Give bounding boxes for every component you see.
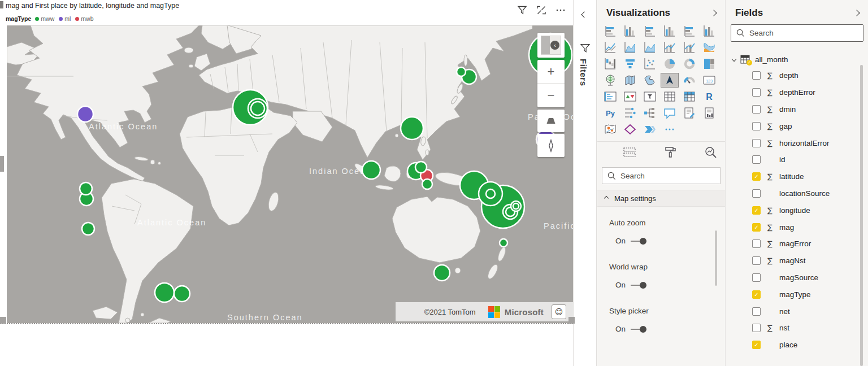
table-node-all-month[interactable]: ✓ all_month	[726, 51, 868, 67]
style-picker-button[interactable]: ‹	[537, 33, 565, 58]
viz-icon-donut-chart[interactable]	[681, 57, 698, 71]
toggle-switch[interactable]	[631, 237, 646, 245]
viz-icon-stacked-column-chart[interactable]	[622, 24, 639, 38]
tab-format[interactable]	[657, 146, 683, 162]
viz-icon-scatter-chart[interactable]	[641, 57, 658, 71]
viz-icon-line-and-clustered-column-chart[interactable]	[681, 41, 698, 54]
viz-icon-matrix[interactable]	[681, 90, 698, 103]
map-bubble-mww[interactable]	[415, 162, 427, 173]
field-row-magNst[interactable]: ∑ magNst	[726, 252, 868, 269]
map-bubble-mww[interactable]	[511, 201, 521, 211]
field-row-horizontalError[interactable]: ∑ horizontalError	[726, 134, 868, 151]
viz-icon-pie-chart[interactable]	[661, 57, 678, 71]
fields-search-input[interactable]	[749, 29, 858, 37]
viz-icon-key-influencers[interactable]	[622, 106, 639, 120]
collapse-fields-chevron[interactable]	[853, 10, 860, 16]
map-bubble-mww[interactable]	[80, 182, 92, 195]
legend-item-ml[interactable]: ml	[59, 15, 71, 22]
map-bubble-ml[interactable]	[77, 106, 93, 122]
legend-item-mww[interactable]: mww	[35, 15, 54, 22]
viz-icon-power-apps-visual[interactable]	[622, 123, 639, 136]
field-checkbox[interactable]	[752, 324, 761, 332]
field-row-magSource[interactable]: magSource	[726, 269, 868, 286]
viz-icon-filled-map[interactable]	[622, 73, 639, 87]
field-row-id[interactable]: id	[726, 151, 868, 168]
map-settings-section[interactable]: Map settings	[597, 190, 725, 207]
viz-icon-card[interactable]: 123	[701, 73, 718, 87]
settings-scrollbar[interactable]	[715, 230, 717, 286]
fields-search[interactable]	[731, 24, 863, 42]
zoom-out-button[interactable]: −	[537, 84, 565, 107]
field-checkbox[interactable]	[752, 88, 761, 97]
tab-fields[interactable]	[617, 146, 643, 162]
format-search[interactable]	[602, 167, 721, 184]
viz-icon-funnel-chart[interactable]	[622, 57, 639, 71]
field-checkbox[interactable]	[752, 122, 761, 130]
viz-icon-waterfall-chart[interactable]	[602, 57, 619, 71]
field-checkbox[interactable]: ✓	[752, 341, 761, 349]
field-row-depth[interactable]: ∑ depth	[726, 67, 868, 84]
viz-icon-clustered-column-chart[interactable]	[661, 24, 678, 38]
viz-icon-multi-row-card[interactable]	[602, 90, 619, 103]
map-bubble-mww[interactable]	[434, 265, 450, 281]
viz-icon-paginated-report[interactable]	[701, 106, 718, 120]
map-bubble-mww[interactable]	[401, 117, 423, 140]
field-row-latitude[interactable]: ✓ ∑ latitude	[726, 168, 868, 185]
viz-icon-decomposition-tree[interactable]	[641, 106, 658, 120]
field-checkbox[interactable]	[752, 155, 761, 164]
field-checkbox[interactable]: ✓	[752, 223, 761, 232]
viz-icon-line-and-stacked-column-chart[interactable]	[661, 41, 678, 54]
viz-icon-arcgis-map[interactable]	[602, 123, 619, 136]
chevron-down-icon[interactable]	[732, 57, 736, 62]
selection-handle[interactable]	[0, 156, 4, 172]
field-checkbox[interactable]	[752, 105, 761, 114]
field-checkbox[interactable]	[752, 273, 761, 282]
toggle-switch[interactable]	[631, 325, 646, 333]
viz-icon-gauge[interactable]	[681, 73, 698, 87]
viz-icon-shape-map[interactable]	[641, 73, 658, 87]
field-checkbox[interactable]	[752, 307, 761, 316]
map-bubble-mww[interactable]	[362, 161, 380, 179]
viz-icon-r-script-visual[interactable]: R	[701, 90, 718, 103]
field-row-magError[interactable]: ∑ magError	[726, 236, 868, 252]
viz-icon-kpi[interactable]	[622, 90, 639, 103]
focus-mode-icon[interactable]	[536, 5, 547, 16]
more-options-icon[interactable]	[555, 5, 566, 16]
field-checkbox[interactable]	[752, 239, 761, 248]
collapse-section-chevron[interactable]	[604, 196, 609, 201]
viz-icon-map[interactable]	[602, 73, 619, 87]
field-row-net[interactable]: net	[726, 303, 868, 320]
map-bubble-mww[interactable]	[500, 239, 507, 247]
viz-icon-line-chart[interactable]	[602, 41, 619, 54]
map-bubble-mww[interactable]	[82, 223, 94, 235]
collapse-visualizations-chevron[interactable]	[710, 10, 717, 16]
feedback-smiley-button[interactable]: ☺	[552, 304, 566, 319]
field-checkbox[interactable]: ✓	[752, 172, 761, 181]
field-row-dmin[interactable]: ∑ dmin	[726, 101, 868, 118]
map-bubble-mww[interactable]	[174, 286, 190, 302]
field-row-locationSource[interactable]: locationSource	[726, 185, 868, 202]
legend-item-mwb[interactable]: mwb	[75, 15, 93, 22]
viz-icon-area-chart[interactable]	[622, 41, 639, 54]
pitch-button[interactable]	[537, 110, 565, 132]
viz-icon-python-visual[interactable]: Py	[602, 106, 619, 120]
viz-icon-clustered-bar-chart[interactable]	[641, 24, 658, 38]
filter-icon[interactable]	[517, 5, 528, 16]
field-row-magType[interactable]: ✓ magType	[726, 286, 868, 303]
map-visual[interactable]: mag and First place by latitude, longitu…	[2, 0, 573, 325]
viz-icon-stacked-bar-chart[interactable]	[602, 24, 619, 38]
viz-icon-qa-visual[interactable]	[661, 106, 678, 120]
expand-filters-chevron[interactable]	[581, 11, 587, 18]
tab-analytics[interactable]	[698, 146, 724, 162]
selection-handle[interactable]	[0, 317, 6, 324]
field-checkbox[interactable]	[752, 189, 761, 198]
toggle-switch[interactable]	[631, 281, 646, 289]
field-row-depthError[interactable]: ∑ depthError	[726, 84, 868, 101]
filters-funnel-icon[interactable]	[580, 43, 591, 56]
viz-icon-smart-narrative[interactable]	[681, 106, 698, 120]
viz-icon-slicer[interactable]	[641, 90, 658, 103]
filters-pane-label[interactable]: Filters	[579, 59, 588, 86]
map-canvas[interactable]: Atlantic OceanAtlantic OceanIndian Ocean…	[7, 25, 573, 323]
viz-icon-treemap[interactable]	[701, 57, 718, 71]
viz-icon-table[interactable]	[661, 90, 678, 103]
